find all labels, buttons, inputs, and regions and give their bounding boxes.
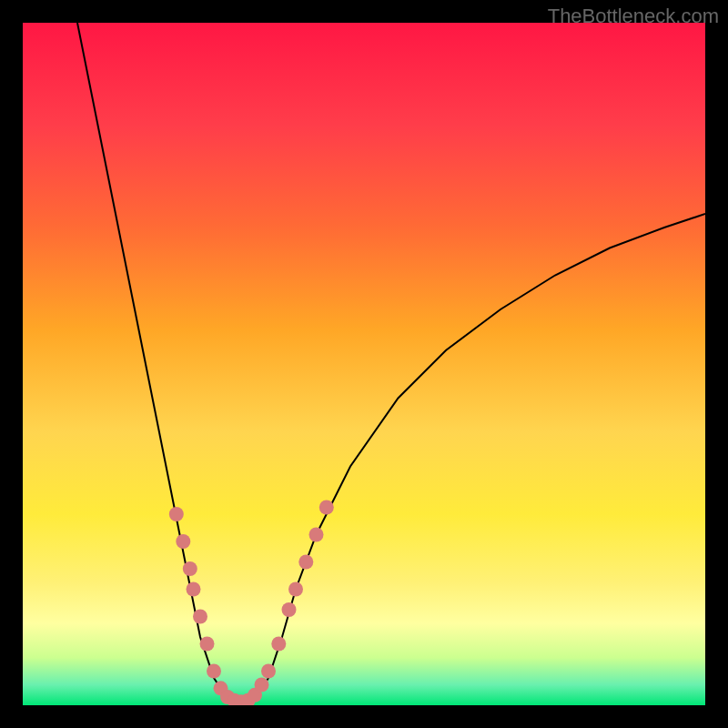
chart-area [23, 23, 705, 705]
data-marker [200, 637, 215, 652]
curve-overlay [23, 23, 705, 705]
data-marker [309, 528, 324, 542]
data-marker [169, 507, 184, 521]
data-marker [288, 582, 303, 597]
watermark-text: TheBottleneck.com [548, 5, 719, 28]
data-marker [176, 534, 190, 549]
v-curve-line [77, 23, 705, 705]
data-marker [207, 664, 221, 679]
data-marker [298, 555, 313, 570]
chart-container: TheBottleneck.com [0, 0, 728, 728]
data-marker [183, 561, 197, 576]
data-marker [255, 678, 269, 693]
data-marker [271, 637, 286, 652]
data-marker [193, 610, 207, 624]
data-marker [282, 602, 297, 617]
data-marker [187, 582, 201, 597]
data-marker [261, 664, 276, 679]
data-marker [319, 500, 334, 515]
